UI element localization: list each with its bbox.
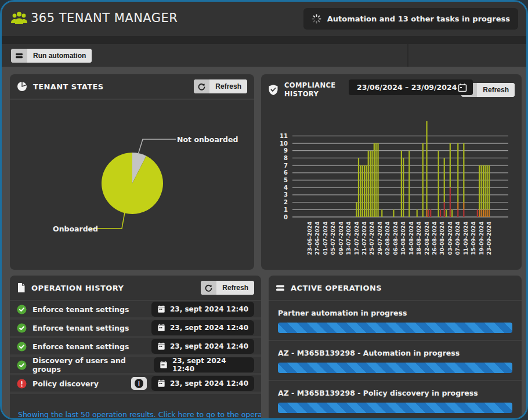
x-tick-label: 06-08-2024 (393, 222, 399, 255)
operation-row[interactable]: Discovery of users and groups 23, sept 2… (10, 357, 261, 375)
date-range-input[interactable]: 23/06/2024 – 23/09/2024 (349, 79, 473, 95)
bar-segment-green (446, 209, 447, 217)
success-check-icon (17, 323, 27, 333)
bar-segment-green (422, 143, 424, 217)
operation-row[interactable]: Enforce tenant settings 23, sept 2024 12… (10, 320, 261, 338)
bar-segment-red (450, 187, 451, 217)
active-operations-title: ACTIVE OPERATIONS (291, 284, 382, 292)
progress-bar (278, 363, 512, 373)
x-tick-label: 18-08-2024 (416, 222, 422, 255)
app-header: 365 TENANT MANAGER Automation a (2, 2, 526, 36)
x-tick-label: 23-06-2024 (307, 222, 313, 255)
operation-date-badge: 23, sept 2024 12:40 (151, 302, 254, 317)
active-operation-item: AZ - M365B139298 - Automation in progres… (269, 340, 522, 380)
bar-segment-green (417, 209, 418, 217)
calendar-icon (157, 305, 165, 313)
tenant-states-refresh-button[interactable]: Refresh (194, 79, 247, 93)
bar-segment-green (444, 158, 445, 202)
x-tick-label: 29-07-2024 (377, 222, 383, 255)
calendar-icon (157, 342, 165, 350)
operation-label: Enforce tenant settings (32, 324, 129, 332)
operation-history-footer-link[interactable]: Showing the last 50 operation results. C… (18, 410, 261, 419)
run-automation-label: Run automation (27, 49, 92, 63)
bar-segment-green (393, 209, 394, 217)
x-tick-label: 27-06-2024 (314, 222, 320, 255)
operation-date-badge: 23, sept 2024 12:40 (151, 320, 254, 335)
bar-segment-green (360, 165, 361, 217)
operation-date-badge: 23, sept 2024 12:40 (151, 376, 254, 391)
bar-segment-green (362, 165, 363, 217)
compliance-history-panel: COMPLIANCE HISTORY 23/06/2024 – 23/09/20… (261, 74, 522, 270)
operation-date: 23, sept 2024 12:40 (170, 324, 248, 332)
active-operation-item: AZ - M365B139298 - Policy discovery in p… (269, 380, 522, 420)
date-range-value: 23/06/2024 – 23/09/2024 (357, 83, 458, 92)
active-operations-header: ACTIVE OPERATIONS (269, 276, 522, 301)
calendar-icon (157, 379, 165, 388)
operation-label: Discovery of users and groups (32, 356, 154, 374)
progress-bar (278, 403, 512, 413)
success-check-icon (17, 360, 27, 370)
x-tick-label: 01-07-2024 (323, 222, 328, 255)
operation-history-panel: OPERATION HISTORY Refresh Enforce tenant… (10, 276, 261, 420)
bar-segment-orange (479, 209, 480, 217)
bar-segment-orange (484, 209, 486, 217)
active-operation-label: Partner automation in progress (278, 309, 512, 317)
bar-segment-red (477, 209, 478, 217)
refresh-icon (194, 79, 209, 93)
bar-segment-orange (480, 209, 482, 217)
x-tick-label: 22-08-2024 (424, 222, 430, 255)
active-operation-item: Partner automation in progress (269, 301, 522, 340)
y-tick-label: 1 (284, 207, 288, 213)
x-tick-label: 25-07-2024 (369, 222, 375, 255)
operation-date-badge: 23, sept 2024 12:40 (154, 357, 254, 372)
bar-segment-green (381, 209, 382, 217)
tenant-states-pie-chart (10, 101, 254, 270)
bar-segment-orange (463, 202, 464, 210)
x-tick-label: 11-09-2024 (463, 222, 469, 255)
x-tick-label: 05-07-2024 (330, 222, 336, 255)
run-automation-button[interactable]: Run automation (11, 49, 92, 63)
shield-check-icon (268, 84, 279, 96)
refresh-label: Refresh (477, 83, 515, 97)
bar-segment-orange (457, 202, 458, 210)
bar-segment-green (489, 165, 490, 209)
operation-row[interactable]: Enforce tenant settings 23, sept 2024 12… (10, 338, 261, 357)
x-tick-label: 07-09-2024 (455, 222, 461, 255)
tasks-in-progress-label: Automation and 13 other tasks in progres… (327, 15, 510, 23)
operation-row[interactable]: Policy discoveryi 23, sept 2024 12:40 (10, 375, 261, 394)
tenant-states-header: TENANT STATES Refresh (10, 74, 254, 100)
tenant-states-title: TENANT STATES (33, 82, 104, 91)
operation-history-header: OPERATION HISTORY Refresh (10, 276, 261, 301)
calendar-icon (160, 361, 168, 369)
bar-segment-green (483, 165, 484, 209)
pie-slice (102, 153, 163, 214)
bar-segment-red (428, 209, 429, 217)
app-window: 365 TENANT MANAGER Automation a (0, 0, 528, 420)
operation-info-button[interactable]: i (131, 377, 147, 390)
bar-segment-green (450, 143, 451, 187)
operation-row[interactable]: Enforce tenant settings 23, sept 2024 12… (10, 301, 261, 320)
calendar-icon (458, 83, 467, 92)
operation-date: 23, sept 2024 12:40 (170, 342, 248, 350)
operation-date: 23, sept 2024 12:40 (172, 357, 248, 373)
tasks-in-progress-button[interactable]: Automation and 13 other tasks in progres… (303, 8, 518, 30)
bar-segment-green (487, 165, 488, 209)
operation-date: 23, sept 2024 12:40 (170, 305, 248, 313)
tenant-states-panel: TENANT STATES Refresh Not onboarded Onbo… (10, 74, 254, 270)
spinner-icon (312, 14, 321, 24)
x-tick-label: 10-08-2024 (400, 222, 406, 255)
y-tick-label: 11 (280, 133, 288, 139)
x-tick-label: 30-08-2024 (439, 222, 445, 255)
bar-segment-red (444, 202, 445, 217)
info-icon: i (135, 379, 143, 388)
bar-segment-green (463, 143, 464, 202)
bar-segment-green (403, 158, 404, 217)
operation-history-refresh-button[interactable]: Refresh (201, 281, 254, 295)
pie-chart-icon (17, 81, 27, 92)
x-tick-label: 14-08-2024 (408, 222, 414, 255)
error-alert-icon (17, 379, 27, 389)
bar-segment-green (480, 165, 482, 209)
x-tick-label: 15-09-2024 (471, 222, 476, 255)
pie-label-onboarded: Onboarded (53, 225, 88, 233)
bar-segment-green (438, 151, 439, 217)
